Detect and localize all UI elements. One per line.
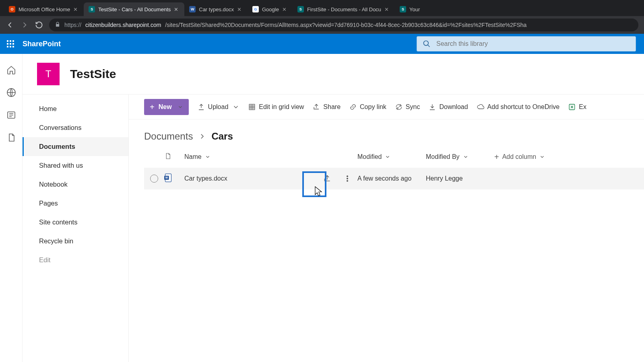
nav-shared-with-us[interactable]: Shared with us bbox=[23, 156, 128, 175]
nav-notebook[interactable]: Notebook bbox=[23, 175, 128, 194]
modified-by-cell[interactable]: Henry Legge bbox=[426, 175, 494, 182]
browser-tab[interactable]: S Your bbox=[395, 2, 427, 16]
column-modified-by[interactable]: Modified By bbox=[426, 153, 494, 160]
site-logo[interactable]: T bbox=[37, 63, 60, 85]
nav-conversations[interactable]: Conversations bbox=[23, 118, 128, 137]
onedrive-icon bbox=[477, 103, 484, 111]
nav-recycle-bin[interactable]: Recycle bin bbox=[23, 232, 128, 251]
close-icon[interactable]: ✕ bbox=[237, 6, 243, 12]
chevron-down-icon bbox=[385, 154, 390, 160]
svg-point-9 bbox=[347, 178, 348, 179]
share-icon bbox=[323, 175, 331, 183]
rail-home[interactable] bbox=[6, 65, 16, 75]
product-name[interactable]: SharePoint bbox=[23, 40, 61, 48]
file-type-cell: W bbox=[164, 173, 184, 184]
lock-icon bbox=[55, 22, 60, 29]
column-name-label: Name bbox=[184, 153, 202, 160]
sync-icon bbox=[395, 103, 402, 111]
more-vertical-icon bbox=[343, 175, 351, 183]
column-modified[interactable]: Modified bbox=[357, 153, 426, 160]
svg-point-0 bbox=[424, 41, 429, 46]
plus-icon: + bbox=[494, 152, 499, 162]
tab-label: FirstSite - Documents - All Docu bbox=[307, 6, 381, 12]
column-modified-by-label: Modified By bbox=[426, 153, 460, 160]
breadcrumb: Documents Cars bbox=[129, 119, 644, 146]
grid-icon bbox=[248, 103, 256, 111]
upload-label: Upload bbox=[208, 103, 229, 111]
browser-tab[interactable]: W Car types.docx ✕ bbox=[184, 2, 248, 16]
copy-link-label: Copy link bbox=[360, 103, 386, 111]
close-icon[interactable]: ✕ bbox=[282, 6, 288, 12]
column-name[interactable]: Name bbox=[184, 153, 317, 160]
column-header-row: Name Modified Modified By bbox=[144, 146, 644, 168]
nav-home[interactable]: Home bbox=[23, 99, 128, 118]
export-excel-label: Ex bbox=[579, 103, 586, 111]
column-type[interactable] bbox=[164, 152, 184, 162]
table-row[interactable]: W Car types.docx A few seconds ago bbox=[144, 168, 644, 189]
rail-news[interactable] bbox=[6, 110, 16, 120]
site-header: T TestSite bbox=[23, 54, 644, 94]
search-input[interactable] bbox=[436, 40, 630, 47]
svg-rect-3 bbox=[250, 104, 255, 110]
svg-point-10 bbox=[347, 181, 348, 182]
site-title[interactable]: TestSite bbox=[70, 67, 116, 81]
app-launcher-button[interactable] bbox=[0, 34, 21, 54]
library-content: + New Upload Edit in grid view bbox=[129, 95, 644, 362]
add-shortcut-button[interactable]: Add shortcut to OneDrive bbox=[477, 103, 560, 111]
download-label: Download bbox=[439, 103, 468, 111]
file-name[interactable]: Car types.docx bbox=[184, 175, 317, 182]
reload-button[interactable] bbox=[35, 21, 43, 29]
chevron-down-icon bbox=[205, 154, 211, 160]
home-icon bbox=[6, 65, 16, 75]
browser-tab[interactable]: G Google ✕ bbox=[248, 2, 293, 16]
sync-label: Sync bbox=[406, 103, 420, 111]
close-icon[interactable]: ✕ bbox=[384, 6, 390, 12]
forward-button[interactable] bbox=[20, 21, 29, 29]
share-icon bbox=[313, 103, 320, 111]
tab-label: Your bbox=[409, 6, 422, 12]
suite-header: SharePoint bbox=[0, 34, 644, 54]
url-path: /sites/TestSite/Shared%20Documents/Forms… bbox=[165, 22, 526, 28]
nav-edit[interactable]: Edit bbox=[23, 251, 128, 269]
sync-button[interactable]: Sync bbox=[395, 103, 420, 111]
document-list: Name Modified Modified By bbox=[129, 146, 644, 189]
upload-icon bbox=[198, 103, 205, 111]
select-row-toggle[interactable] bbox=[150, 175, 158, 183]
nav-site-contents[interactable]: Site contents bbox=[23, 213, 128, 232]
excel-icon bbox=[568, 103, 576, 111]
browser-tab[interactable]: O Microsoft Office Home ✕ bbox=[4, 2, 84, 16]
export-excel-button[interactable]: Ex bbox=[568, 103, 586, 111]
tab-label: Microsoft Office Home bbox=[19, 6, 70, 12]
rail-global[interactable] bbox=[6, 88, 16, 97]
rail-files[interactable] bbox=[6, 133, 16, 142]
file-icon bbox=[6, 133, 16, 142]
chevron-down-icon bbox=[178, 104, 183, 110]
download-button[interactable]: Download bbox=[429, 103, 468, 111]
back-button[interactable] bbox=[6, 21, 14, 29]
edit-grid-label: Edit in grid view bbox=[259, 103, 304, 111]
browser-tab[interactable]: S FirstSite - Documents - All Docu ✕ bbox=[293, 2, 395, 16]
app-rail bbox=[0, 54, 23, 362]
svg-point-8 bbox=[347, 176, 348, 177]
browser-tab-active[interactable]: S TestSite - Cars - All Documents ✕ bbox=[84, 2, 184, 16]
nav-documents[interactable]: Documents bbox=[23, 137, 128, 156]
sharepoint-icon: S bbox=[297, 6, 304, 12]
news-icon bbox=[6, 110, 16, 120]
add-column-button[interactable]: + Add column bbox=[494, 152, 575, 162]
new-button[interactable]: + New bbox=[144, 99, 189, 115]
address-bar[interactable]: https://citizenbuilders.sharepoint.com/s… bbox=[49, 19, 638, 31]
close-icon[interactable]: ✕ bbox=[174, 6, 180, 12]
edit-grid-button[interactable]: Edit in grid view bbox=[248, 103, 304, 111]
breadcrumb-root[interactable]: Documents bbox=[144, 131, 193, 142]
nav-pages[interactable]: Pages bbox=[23, 194, 128, 213]
row-more-actions-button[interactable] bbox=[337, 175, 357, 183]
share-label: Share bbox=[323, 103, 341, 111]
search-box[interactable] bbox=[417, 36, 636, 51]
waffle-icon bbox=[7, 40, 14, 47]
link-icon bbox=[349, 103, 357, 111]
upload-button[interactable]: Upload bbox=[198, 103, 240, 111]
close-icon[interactable]: ✕ bbox=[73, 6, 79, 12]
share-button[interactable]: Share bbox=[313, 103, 341, 111]
copy-link-button[interactable]: Copy link bbox=[349, 103, 386, 111]
row-share-button[interactable] bbox=[317, 175, 337, 183]
